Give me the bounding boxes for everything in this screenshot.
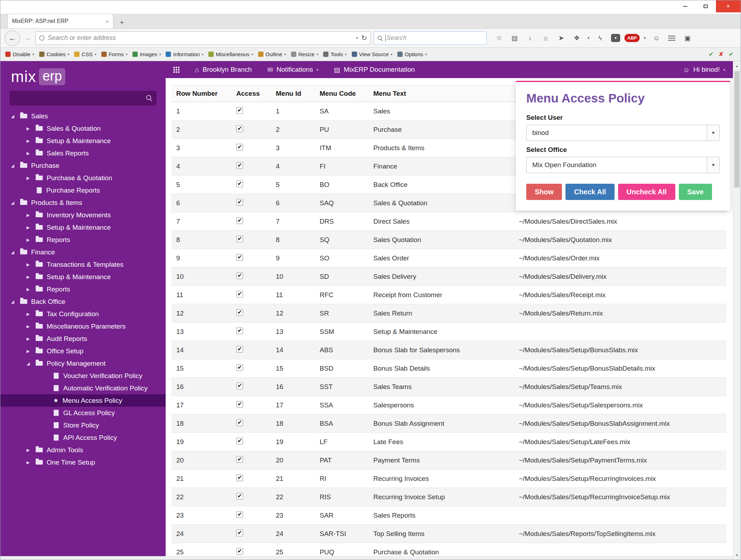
select-office-dropdown[interactable]: Mix Open Foundation ▼ bbox=[526, 157, 720, 173]
collapsed-arrow-icon[interactable]: ▶ bbox=[26, 237, 36, 242]
send-tab-icon[interactable]: ➤ bbox=[555, 31, 568, 45]
sidebar-item-policy-management[interactable]: ◢Policy Management bbox=[0, 357, 166, 370]
access-checkbox[interactable] bbox=[236, 419, 243, 426]
select-user-dropdown[interactable]: binod ▼ bbox=[526, 125, 720, 141]
webdev-miscellaneous[interactable]: Miscellaneous▾ bbox=[208, 51, 253, 57]
webdev-forms[interactable]: Forms▾ bbox=[101, 51, 128, 57]
access-checkbox[interactable] bbox=[236, 199, 243, 206]
url-bar[interactable]: Search or enter address ▾ ↻ bbox=[35, 31, 371, 45]
sidebar-item-api-access-policy[interactable]: API Access Policy bbox=[0, 431, 166, 444]
expanded-arrow-icon[interactable]: ◢ bbox=[11, 163, 20, 168]
sidebar-item-gl-access-policy[interactable]: GL Access Policy bbox=[0, 407, 166, 419]
sidebar-item-reports[interactable]: ▶Reports bbox=[0, 283, 166, 295]
sidebar-item-store-policy[interactable]: Store Policy bbox=[0, 419, 166, 431]
access-checkbox[interactable] bbox=[236, 309, 243, 316]
sidebar-search-input[interactable] bbox=[10, 91, 156, 106]
vertical-scrollbar[interactable]: ▲ ▼ bbox=[733, 61, 741, 560]
access-checkbox[interactable] bbox=[236, 548, 243, 555]
access-checkbox[interactable] bbox=[236, 254, 243, 261]
collapsed-arrow-icon[interactable]: ▶ bbox=[26, 151, 36, 156]
access-checkbox[interactable] bbox=[236, 493, 243, 500]
webdev-view-source[interactable]: View Source▾ bbox=[352, 51, 392, 57]
access-checkbox[interactable] bbox=[236, 162, 243, 169]
collapsed-arrow-icon[interactable]: ▶ bbox=[26, 126, 36, 131]
sidebar-item-audit-reports[interactable]: ▶Audit Reports bbox=[0, 332, 166, 345]
webdev-disable[interactable]: Disable▾ bbox=[5, 51, 34, 57]
close-button[interactable]: × bbox=[716, 0, 741, 12]
sidebar-item-one-time-setup[interactable]: ▶One Time Setup bbox=[0, 456, 166, 468]
access-checkbox[interactable] bbox=[236, 383, 243, 389]
webdev-outline[interactable]: Outline▾ bbox=[258, 51, 286, 57]
sidebar-item-menu-access-policy[interactable]: ★Menu Access Policy bbox=[0, 394, 166, 407]
library-icon[interactable]: ▤ bbox=[508, 31, 521, 45]
access-checkbox[interactable] bbox=[236, 401, 243, 408]
webdev-resize[interactable]: Resize▾ bbox=[291, 51, 318, 57]
back-button[interactable]: ← bbox=[5, 30, 20, 46]
access-checkbox[interactable] bbox=[236, 346, 243, 353]
collapsed-arrow-icon[interactable]: ▶ bbox=[26, 138, 36, 143]
webdev-css[interactable]: CSS▾ bbox=[74, 51, 96, 57]
sidebar-item-inventory-movements[interactable]: ▶Inventory Movements bbox=[0, 209, 166, 221]
search-bar[interactable]: Search bbox=[374, 31, 487, 45]
browser-tab[interactable]: MixERP: ASP.net ERP × bbox=[7, 14, 113, 28]
access-checkbox[interactable] bbox=[236, 291, 243, 297]
webdev-cookies[interactable]: Cookies▾ bbox=[39, 51, 70, 57]
collapsed-arrow-icon[interactable]: ▶ bbox=[26, 275, 36, 279]
show-button[interactable]: Show bbox=[526, 184, 562, 200]
extension-icon[interactable]: ϟ bbox=[593, 31, 607, 45]
chat-icon[interactable]: ☺ bbox=[650, 31, 663, 45]
webdev-information[interactable]: Information▾ bbox=[166, 51, 203, 57]
sidebar-item-admin-tools[interactable]: ▶Admin Tools bbox=[0, 444, 166, 456]
sidebar-item-purchase-reports[interactable]: Purchase Reports bbox=[0, 184, 166, 196]
access-checkbox[interactable] bbox=[236, 236, 243, 242]
expanded-arrow-icon[interactable]: ◢ bbox=[26, 361, 36, 366]
sidebar-item-tax-configuration[interactable]: ▶Tax Configuration bbox=[0, 308, 166, 320]
scroll-down-icon[interactable]: ▼ bbox=[733, 551, 741, 559]
sidebar-item-automatic-verification-policy[interactable]: Automatic Verification Policy bbox=[0, 382, 166, 394]
collapsed-arrow-icon[interactable]: ▶ bbox=[26, 312, 36, 317]
pocket-icon[interactable]: ▼ bbox=[609, 31, 622, 45]
sidebar-item-transactions-templates[interactable]: ▶Transactions & Templates bbox=[0, 258, 166, 271]
access-checkbox[interactable] bbox=[236, 144, 243, 151]
collapsed-arrow-icon[interactable]: ▶ bbox=[26, 262, 36, 267]
access-checkbox[interactable] bbox=[236, 511, 243, 518]
expanded-arrow-icon[interactable]: ◢ bbox=[11, 200, 20, 205]
sidebar-item-sales-quotation[interactable]: ▶Sales & Quotation bbox=[0, 122, 166, 135]
tab-close-icon[interactable]: × bbox=[106, 18, 109, 24]
collapsed-arrow-icon[interactable]: ▶ bbox=[26, 176, 36, 181]
sidebar-item-sales-reports[interactable]: ▶Sales Reports bbox=[0, 147, 166, 159]
sidebar-search[interactable] bbox=[10, 91, 156, 106]
app-menu-button[interactable] bbox=[166, 61, 187, 78]
horizontal-scrollbar[interactable] bbox=[0, 556, 733, 560]
webdev-options[interactable]: Options▾ bbox=[397, 51, 427, 57]
webdev-images[interactable]: Images▾ bbox=[132, 51, 161, 57]
uncheck-all-button[interactable]: Uncheck All bbox=[618, 184, 675, 200]
access-checkbox[interactable] bbox=[236, 217, 243, 224]
sidebar-item-setup-maintenance[interactable]: ▶Setup & Maintenance bbox=[0, 271, 166, 283]
sidebar-item-setup-maintenance[interactable]: ▶Setup & Maintenance bbox=[0, 221, 166, 234]
sidebar-item-reports[interactable]: ▶Reports bbox=[0, 234, 166, 246]
chevron-down-icon[interactable]: ▾ bbox=[356, 36, 358, 40]
collapsed-arrow-icon[interactable]: ▶ bbox=[26, 448, 36, 453]
maximize-button[interactable] bbox=[695, 0, 716, 12]
sidebar-item-voucher-verification-policy[interactable]: Voucher Verification Policy bbox=[0, 370, 166, 382]
collapsed-arrow-icon[interactable]: ▶ bbox=[26, 225, 36, 230]
collapsed-arrow-icon[interactable]: ▶ bbox=[26, 287, 36, 292]
panel-view-icon[interactable]: ▣ bbox=[681, 31, 694, 45]
sidebar-item-purchase-quotation[interactable]: ▶Purchase & Quotation bbox=[0, 172, 166, 184]
sidebar-item-purchase[interactable]: ◢Purchase bbox=[0, 159, 166, 172]
minimize-button[interactable] bbox=[675, 0, 695, 12]
chevron-down-icon[interactable]: ▾ bbox=[642, 31, 647, 45]
scroll-up-icon[interactable]: ▲ bbox=[733, 62, 741, 70]
home-icon[interactable]: ⌂ bbox=[539, 31, 552, 45]
collapsed-arrow-icon[interactable]: ▶ bbox=[26, 324, 36, 329]
expanded-arrow-icon[interactable]: ◢ bbox=[11, 299, 20, 304]
theme-icon[interactable]: ❖ bbox=[570, 31, 583, 45]
menu-hamburger-icon[interactable] bbox=[665, 31, 678, 45]
chevron-down-icon[interactable]: ▾ bbox=[586, 31, 591, 45]
new-tab-button[interactable]: + bbox=[115, 17, 129, 28]
access-checkbox[interactable] bbox=[236, 125, 243, 132]
collapsed-arrow-icon[interactable]: ▶ bbox=[26, 460, 36, 465]
access-checkbox[interactable] bbox=[236, 364, 243, 371]
collapsed-arrow-icon[interactable]: ▶ bbox=[26, 349, 36, 354]
